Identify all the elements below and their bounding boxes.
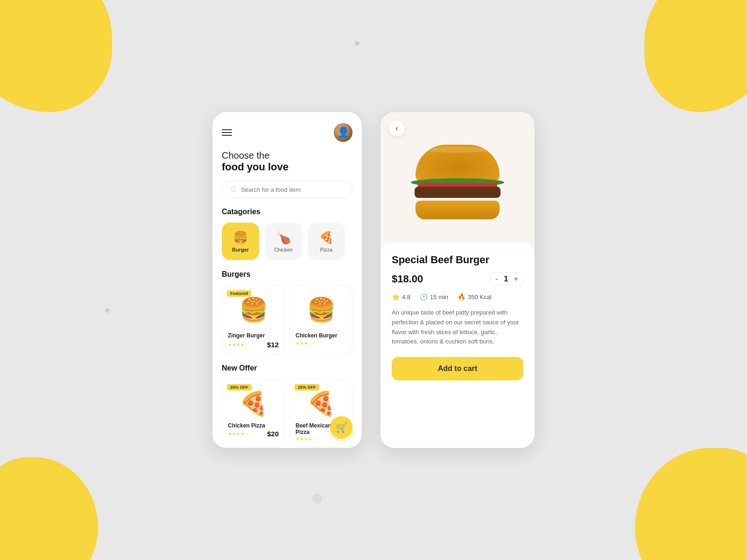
chicken-category-label: Chicken: [274, 247, 293, 252]
burger-hero-area: ‹: [381, 112, 535, 252]
product-price: $18.00: [392, 273, 423, 285]
category-pizza[interactable]: 🍕 Pizza: [308, 223, 345, 260]
quantity-minus-button[interactable]: -: [495, 275, 498, 283]
dot-decoration-top: [355, 41, 359, 46]
quantity-value: 1: [503, 275, 509, 283]
pizza-category-icon: 🍕: [319, 231, 334, 245]
clock-icon: 🕐: [420, 293, 428, 301]
chicken-category-icon: 🍗: [276, 231, 291, 245]
cart-fab-button[interactable]: 🛒: [330, 416, 352, 439]
svg-point-0: [231, 187, 235, 191]
burgers-grid: Featured 🍔 Zinger Burger ★★★★☆ $12 🍔 Chi…: [222, 285, 352, 355]
headline: Choose the food you love: [222, 150, 352, 173]
search-box[interactable]: [222, 181, 352, 198]
back-button[interactable]: ‹: [389, 120, 405, 136]
zinger-burger-name: Zinger Burger: [228, 332, 279, 339]
blob-bottom-left: [0, 457, 98, 560]
calories-meta: 🔥 350 Kcal: [458, 293, 492, 301]
avatar-image: [334, 123, 352, 142]
product-description: An unique taste of beef patty prepared w…: [392, 308, 523, 347]
headline-line1: Choose the: [222, 150, 352, 161]
avatar[interactable]: [334, 123, 352, 142]
price-qty-row: $18.00 - 1 +: [392, 273, 523, 286]
burgers-title: Burgers: [222, 270, 352, 279]
hamburger-line-1: [222, 129, 232, 130]
chicken-burger-stars: ★★★☆☆: [296, 341, 317, 346]
meta-row: ⭐ 4.8 🕐 15 min 🔥 350 Kcal: [392, 293, 523, 301]
zinger-burger-image: 🍔: [228, 291, 279, 329]
product-title: Special Beef Burger: [392, 254, 523, 266]
left-phone: Choose the food you love Catagories 🍔 Bu…: [212, 112, 362, 448]
offer-card-chicken-pizza[interactable]: 20% OFF 🍕 Chicken Pizza ★★★★☆ $20: [222, 379, 285, 448]
category-chicken[interactable]: 🍗 Chicken: [265, 223, 302, 260]
quantity-plus-button[interactable]: +: [514, 275, 518, 283]
offer-grid: 20% OFF 🍕 Chicken Pizza ★★★★☆ $20 25% OF…: [222, 379, 352, 448]
calories-value: 350 Kcal: [468, 294, 492, 301]
burger-category-icon: 🍔: [233, 231, 248, 245]
blob-bottom-right: [635, 448, 747, 560]
phones-container: Choose the food you love Catagories 🍔 Bu…: [212, 112, 535, 448]
burger-category-label: Burger: [232, 247, 249, 252]
beef-mexican-badge: 25% OFF: [295, 384, 319, 391]
categories-title: Catagories: [222, 208, 352, 216]
search-icon: [230, 186, 237, 193]
featured-badge: Featured: [227, 290, 251, 297]
chicken-pizza-footer: ★★★★☆ $20: [228, 430, 279, 438]
burger-hero-image: [411, 145, 504, 219]
blob-top-right: [644, 0, 747, 112]
cart-icon: 🛒: [336, 422, 347, 433]
bun-top: [416, 145, 500, 182]
left-phone-inner: Choose the food you love Catagories 🍔 Bu…: [212, 112, 362, 448]
hamburger-menu-button[interactable]: [222, 129, 232, 136]
category-burger[interactable]: 🍔 Burger: [222, 223, 259, 260]
blob-top-left: [0, 0, 112, 112]
burger-card-zinger[interactable]: Featured 🍔 Zinger Burger ★★★★☆ $12: [222, 285, 285, 355]
detail-panel: Special Beef Burger $18.00 - 1 + ⭐ 4.8: [381, 243, 535, 439]
chicken-burger-image: 🍔: [296, 291, 346, 329]
time-meta: 🕐 15 min: [420, 293, 448, 301]
time-value: 15 min: [430, 294, 448, 301]
quantity-control: - 1 +: [490, 273, 523, 286]
dot-decoration-mid: [105, 308, 110, 313]
chicken-pizza-image: 🍕: [228, 385, 279, 422]
headline-line2: food you love: [222, 161, 352, 173]
chicken-burger-name: Chicken Burger: [296, 332, 346, 339]
patty: [415, 187, 500, 198]
zinger-price: $12: [267, 341, 279, 349]
zinger-burger-footer: ★★★★☆ $12: [228, 341, 279, 349]
burger-card-chicken[interactable]: 🍔 Chicken Burger ★★★☆☆: [289, 285, 352, 355]
add-to-cart-button[interactable]: Add to cart: [392, 357, 523, 380]
bun-bottom: [416, 201, 500, 219]
rating-value: 4.8: [402, 294, 410, 301]
search-input[interactable]: [241, 186, 345, 193]
categories-list: 🍔 Burger 🍗 Chicken 🍕 Pizza: [222, 223, 352, 260]
new-offer-title: New Offer: [222, 364, 352, 372]
dot-decoration-bottom: [312, 494, 322, 504]
chicken-burger-footer: ★★★☆☆: [296, 341, 346, 346]
rating-meta: ⭐ 4.8: [392, 293, 410, 301]
chicken-pizza-price: $20: [267, 430, 279, 438]
right-phone: ‹ Special Beef Burger $18.00 - 1: [381, 112, 535, 448]
svg-line-1: [235, 191, 237, 193]
star-icon: ⭐: [392, 293, 400, 301]
right-phone-inner: ‹ Special Beef Burger $18.00 - 1: [381, 112, 535, 448]
fire-icon: 🔥: [458, 293, 465, 301]
zinger-stars: ★★★★☆: [228, 342, 249, 347]
chicken-pizza-name: Chicken Pizza: [228, 422, 279, 429]
hamburger-line-2: [222, 132, 232, 133]
chicken-pizza-stars: ★★★★☆: [228, 431, 249, 436]
hamburger-line-3: [222, 135, 232, 136]
chicken-pizza-badge: 20% OFF: [227, 384, 252, 391]
left-header: [222, 123, 352, 142]
beef-mexican-stars: ★★★★☆: [296, 436, 317, 441]
pizza-category-label: Pizza: [320, 247, 333, 252]
